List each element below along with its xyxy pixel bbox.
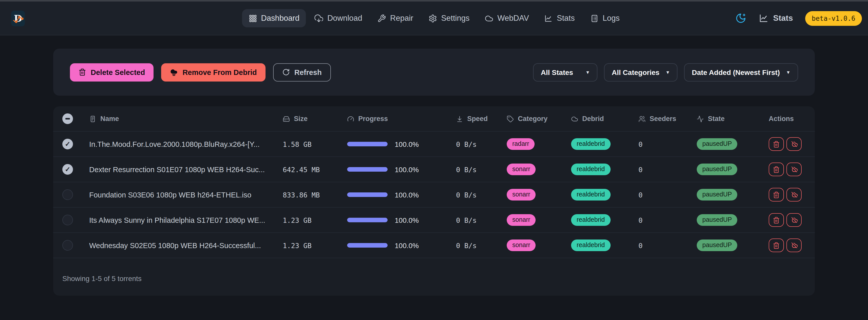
torrent-size: 1.23 GB — [283, 241, 347, 249]
logs-icon — [590, 14, 598, 23]
column-header-debrid: Debrid — [571, 115, 639, 123]
state-badge: pausedUP — [697, 138, 738, 150]
row-checkbox[interactable] — [62, 215, 73, 225]
tab-repair[interactable]: Repair — [371, 9, 420, 27]
tab-dashboard[interactable]: Dashboard — [242, 9, 306, 27]
select-all-checkbox[interactable] — [62, 114, 73, 124]
table-body: In.The.Mood.For.Love.2000.1080p.BluRay.x… — [53, 132, 815, 258]
gauge-icon — [347, 115, 354, 122]
progress-percent: 100.0% — [395, 241, 419, 249]
tab-label: Stats — [557, 14, 575, 23]
tab-webdav[interactable]: WebDAV — [478, 9, 536, 27]
state-badge: pausedUP — [697, 239, 738, 251]
column-header-name: Name — [89, 115, 283, 123]
refresh-label: Refresh — [294, 68, 322, 76]
trash-icon — [79, 68, 86, 76]
cloud-off-icon — [790, 216, 798, 224]
toolbar-card: Delete Selected Remove From Debrid Refre… — [53, 49, 815, 96]
column-header-progress: Progress — [347, 115, 456, 123]
tab-label: Logs — [602, 14, 619, 23]
delete-torrent-button[interactable] — [769, 238, 784, 252]
cloud-icon — [571, 115, 578, 122]
table-row[interactable]: Dexter Resurrection S01E07 1080p WEB H26… — [53, 157, 815, 182]
chevron-down-icon: ▼ — [665, 70, 670, 75]
delete-selected-button[interactable]: Delete Selected — [70, 63, 154, 81]
category-badge: sonarr — [507, 239, 536, 251]
theme-toggle[interactable] — [735, 13, 746, 24]
torrent-name: Foundation S03E06 1080p WEB h264-ETHEL.i… — [89, 191, 283, 199]
remove-from-debrid-row-button[interactable] — [786, 137, 802, 151]
cloud-off-icon — [790, 140, 798, 148]
tab-label: Settings — [441, 14, 469, 23]
sort-value: Date Added (Newest First) — [692, 68, 780, 76]
torrent-speed: 0 B/s — [456, 241, 507, 249]
tab-download[interactable]: Download — [308, 9, 369, 27]
moon-icon — [735, 13, 746, 24]
delete-torrent-button[interactable] — [769, 137, 784, 151]
stats-link[interactable]: Stats — [758, 13, 793, 23]
torrent-seeders: 0 — [639, 241, 697, 249]
remove-from-debrid-row-button[interactable] — [786, 213, 802, 227]
remove-from-debrid-row-button[interactable] — [786, 163, 802, 176]
users-icon — [639, 115, 646, 122]
trash-icon — [773, 217, 780, 224]
delete-torrent-button[interactable] — [769, 163, 784, 176]
torrent-size: 642.45 MB — [283, 165, 347, 173]
torrent-name: Wednesday S02E05 1080p WEB H264-Successf… — [89, 241, 283, 249]
torrent-seeders: 0 — [639, 165, 697, 173]
remove-from-debrid-button[interactable]: Remove From Debrid — [161, 63, 265, 81]
category-badge: sonarr — [507, 189, 536, 200]
torrent-name: In.The.Mood.For.Love.2000.1080p.BluRay.x… — [89, 140, 283, 148]
progress-percent: 100.0% — [395, 216, 419, 224]
chart-icon — [544, 14, 553, 23]
delete-torrent-button[interactable] — [769, 188, 784, 201]
table-row[interactable]: Wednesday S02E05 1080p WEB H264-Successf… — [53, 233, 815, 258]
navbar-right: Stats beta-v1.0.6 — [735, 11, 857, 26]
table-row[interactable]: Foundation S03E06 1080p WEB h264-ETHEL.i… — [53, 182, 815, 207]
row-checkbox[interactable] — [62, 139, 73, 149]
column-header-actions: Actions — [769, 115, 806, 123]
cloud-remove-icon — [170, 68, 178, 76]
row-checkbox[interactable] — [62, 240, 73, 251]
torrent-seeders: 0 — [639, 216, 697, 224]
download-icon — [456, 115, 463, 122]
cloud-off-icon — [790, 242, 798, 249]
row-actions — [769, 137, 806, 151]
debrid-badge: realdebrid — [571, 189, 610, 200]
tab-logs[interactable]: Logs — [583, 9, 626, 27]
refresh-icon — [282, 68, 290, 76]
app-logo[interactable]: D — [11, 10, 25, 26]
category-filter-select[interactable]: All Categories ▼ — [604, 63, 678, 81]
stats-link-label: Stats — [773, 14, 793, 23]
remove-from-debrid-row-button[interactable] — [786, 188, 802, 201]
sort-select[interactable]: Date Added (Newest First) ▼ — [684, 63, 798, 81]
torrent-speed: 0 B/s — [456, 191, 507, 199]
table-row[interactable]: Its Always Sunny in Philadelphia S17E07 … — [53, 207, 815, 233]
table-header-row: Name Size Progress Speed — [53, 106, 815, 132]
refresh-button[interactable]: Refresh — [273, 63, 331, 81]
state-filter-select[interactable]: All States ▼ — [533, 63, 598, 81]
category-badge: radarr — [507, 138, 535, 150]
state-badge: pausedUP — [697, 189, 738, 200]
remove-from-debrid-row-button[interactable] — [786, 238, 802, 252]
row-checkbox[interactable] — [62, 189, 73, 200]
tab-stats[interactable]: Stats — [538, 9, 582, 27]
row-actions — [769, 163, 806, 176]
column-header-size: Size — [283, 115, 347, 123]
category-badge: sonarr — [507, 163, 536, 175]
torrent-name: Dexter Resurrection S01E07 1080p WEB H26… — [89, 165, 283, 173]
category-badge: sonarr — [507, 214, 536, 226]
row-actions — [769, 188, 806, 201]
torrent-size: 1.58 GB — [283, 140, 347, 148]
table-row[interactable]: In.The.Mood.For.Love.2000.1080p.BluRay.x… — [53, 132, 815, 157]
app-root: D Dashboard Download — [0, 0, 868, 320]
state-badge: pausedUP — [697, 214, 738, 226]
torrent-progress: 100.0% — [347, 216, 456, 224]
delete-torrent-button[interactable] — [769, 213, 784, 227]
row-checkbox[interactable] — [62, 164, 73, 175]
debrid-badge: realdebrid — [571, 239, 610, 251]
torrent-table: Name Size Progress Speed — [53, 106, 815, 296]
delete-selected-label: Delete Selected — [91, 68, 145, 76]
tab-settings[interactable]: Settings — [422, 9, 476, 27]
gear-icon — [428, 14, 437, 23]
